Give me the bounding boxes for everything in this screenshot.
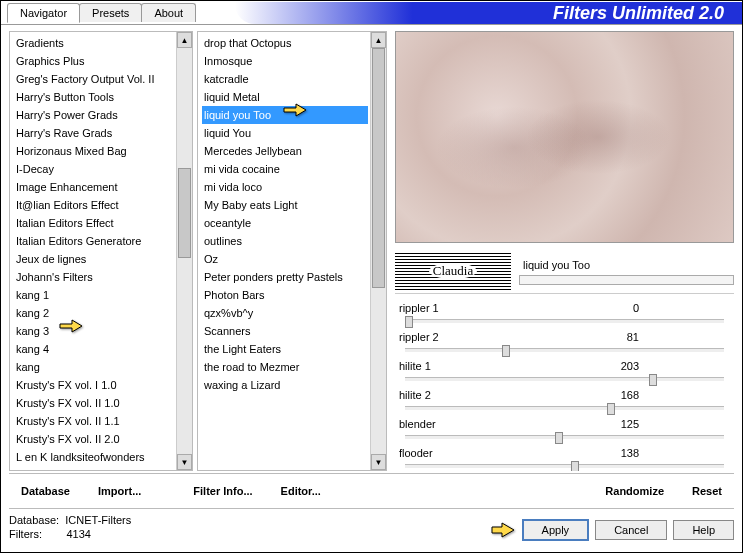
cancel-button[interactable]: Cancel [595,520,667,540]
scroll-down-icon[interactable]: ▼ [371,454,386,470]
category-item[interactable]: Johann's Filters [14,268,174,286]
param-label: hilite 1 [395,360,605,372]
filter-item[interactable]: liquid you Too [202,106,368,124]
filter-item[interactable]: waxing a Lizard [202,376,368,394]
param-value: 168 [605,389,645,401]
category-item[interactable]: Harry's Rave Grads [14,124,174,142]
category-item[interactable]: kang 4 [14,340,174,358]
database-name: ICNET-Filters [65,514,131,526]
tab-presets[interactable]: Presets [79,3,142,22]
category-item[interactable]: kang 1 [14,286,174,304]
tab-about[interactable]: About [141,3,196,22]
scrollbar-left[interactable]: ▲ ▼ [176,32,192,470]
param-slider[interactable] [405,435,724,439]
footer: Database: ICNET-Filters Filters: 4134 Ap… [1,511,742,543]
filter-item[interactable]: Inmosque [202,52,368,70]
filter-item[interactable]: qzx%vb^y [202,304,368,322]
tab-navigator[interactable]: Navigator [7,3,80,23]
import-button[interactable]: Import... [86,482,153,500]
randomize-button[interactable]: Randomize [593,482,676,500]
category-item[interactable]: I-Decay [14,160,174,178]
category-item[interactable]: kang 2 [14,304,174,322]
param-slider[interactable] [405,464,724,468]
parameter-panel: rippler 10rippler 281hilite 1203hilite 2… [395,293,734,471]
category-item[interactable]: Gradients [14,34,174,52]
category-list[interactable]: GradientsGraphics PlusGreg's Factory Out… [9,31,193,471]
database-button[interactable]: Database [9,482,82,500]
category-item[interactable]: kang [14,358,174,376]
current-filter-name: liquid you Too [519,257,734,273]
category-item[interactable]: Krusty's FX vol. II 1.0 [14,394,174,412]
help-button[interactable]: Help [673,520,734,540]
filter-item[interactable]: the road to Mezmer [202,358,368,376]
filter-item[interactable]: Peter ponders pretty Pastels [202,268,368,286]
param-row: rippler 281 [395,325,734,348]
filter-item[interactable]: Mercedes Jellybean [202,142,368,160]
scroll-up-icon[interactable]: ▲ [177,32,192,48]
slider-thumb[interactable] [649,374,657,386]
category-item[interactable]: Krusty's FX vol. II 2.0 [14,430,174,448]
filter-count: 4134 [66,528,90,540]
category-item[interactable]: Krusty's FX vol. I 1.0 [14,376,174,394]
category-item[interactable]: Image Enhancement [14,178,174,196]
category-item[interactable]: Harry's Button Tools [14,88,174,106]
filter-item[interactable]: oceantyle [202,214,368,232]
filter-item[interactable]: the Light Eaters [202,340,368,358]
param-value: 0 [605,302,645,314]
divider [9,473,734,474]
filter-item[interactable]: My Baby eats Light [202,196,368,214]
filter-item[interactable]: drop that Octopus [202,34,368,52]
category-item[interactable]: Horizonaus Mixed Bag [14,142,174,160]
scroll-up-icon[interactable]: ▲ [371,32,386,48]
filter-item[interactable]: outlines [202,232,368,250]
category-item[interactable]: Italian Editors Generatore [14,232,174,250]
apply-button[interactable]: Apply [522,519,590,541]
filter-item[interactable]: katcradle [202,70,368,88]
scrollbar-mid[interactable]: ▲ ▼ [370,32,386,470]
param-label: rippler 1 [395,302,605,314]
slider-thumb[interactable] [555,432,563,444]
filter-item[interactable]: mi vida cocaine [202,160,368,178]
param-slider[interactable] [405,319,724,323]
slider-thumb[interactable] [502,345,510,357]
filter-header-row: Claudia liquid you Too [395,249,734,293]
category-item[interactable]: L en K landksiteofwonders [14,448,174,466]
filter-item[interactable]: Oz [202,250,368,268]
category-item[interactable]: Jeux de lignes [14,250,174,268]
filter-item[interactable]: mi vida loco [202,178,368,196]
filter-item[interactable]: Scanners [202,322,368,340]
category-item[interactable]: Harry's Power Grads [14,106,174,124]
param-row: rippler 10 [395,296,734,319]
param-value: 125 [605,418,645,430]
filter-list[interactable]: drop that OctopusInmosquekatcradleliquid… [197,31,387,471]
divider [9,508,734,509]
footer-info: Database: ICNET-Filters Filters: 4134 [9,513,131,541]
param-value: 138 [605,447,645,459]
main-area: GradientsGraphics PlusGreg's Factory Out… [1,25,742,471]
category-item[interactable]: Italian Editors Effect [14,214,174,232]
category-item[interactable]: kang 3 [14,322,174,340]
filter-item[interactable]: liquid You [202,124,368,142]
filter-info-button[interactable]: Filter Info... [181,482,264,500]
category-item[interactable]: Layout Tools [14,466,174,470]
category-item[interactable]: Graphics Plus [14,52,174,70]
param-slider[interactable] [405,406,724,410]
category-item[interactable]: It@lian Editors Effect [14,196,174,214]
scroll-down-icon[interactable]: ▼ [177,454,192,470]
slider-thumb[interactable] [405,316,413,328]
editor-button[interactable]: Editor... [269,482,333,500]
slider-thumb[interactable] [607,403,615,415]
param-slider[interactable] [405,377,724,381]
param-slider[interactable] [405,348,724,352]
right-panel: Claudia liquid you Too rippler 10rippler… [391,31,734,471]
filter-item[interactable]: liquid Metal [202,88,368,106]
slider-thumb[interactable] [571,461,579,471]
filter-preview [395,31,734,243]
filter-item[interactable]: Photon Bars [202,286,368,304]
category-item[interactable]: Greg's Factory Output Vol. II [14,70,174,88]
scroll-thumb[interactable] [372,48,385,288]
scroll-thumb[interactable] [178,168,191,258]
category-item[interactable]: Krusty's FX vol. II 1.1 [14,412,174,430]
reset-button[interactable]: Reset [680,482,734,500]
progress-bar [519,275,734,285]
